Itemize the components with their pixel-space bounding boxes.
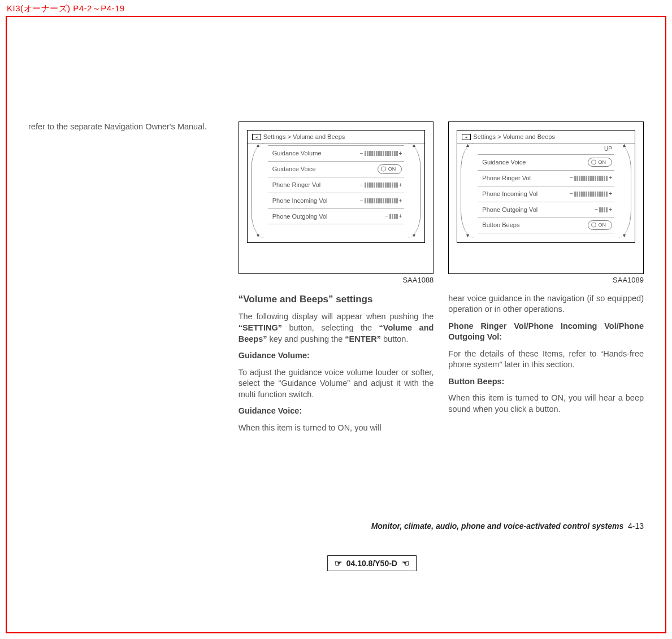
menu-row: Phone Ringer Vol−+	[478, 170, 614, 186]
figure-1: ◂ Settings > Volume and Beeps ▲ ▼ ▲ ▼ Gu…	[239, 121, 434, 274]
page-number: 4-13	[626, 521, 644, 531]
para-guidance-volume: To adjust the guidance voice volume loud…	[239, 367, 434, 401]
scroll-curve-right: ▲ ▼	[618, 143, 631, 238]
section-title: Monitor, climate, audio, phone and voice…	[371, 521, 624, 531]
page-content: refer to the separate Navigation Owner's…	[28, 121, 644, 605]
back-icon: ◂	[252, 134, 261, 140]
subhead-button-beeps: Button Beeps:	[448, 376, 644, 388]
menu-row: Guidance Volume−+	[268, 145, 405, 161]
subhead-phone-vols: Phone Ringer Vol/Phone Incoming Vol/Phon…	[448, 321, 644, 343]
arrow-down-icon: ▼	[411, 232, 417, 239]
column-left: refer to the separate Navigation Owner's…	[28, 121, 224, 440]
scroll-curve-left: ▲ ▼	[461, 143, 474, 238]
menu-row: Phone Incoming Vol−+	[268, 193, 405, 208]
menu-row-label: Phone Incoming Vol	[272, 197, 360, 205]
menu-row: Guidance VoiceON	[478, 154, 614, 170]
screen1-rows: Guidance Volume−+Guidance VoiceONPhone R…	[268, 145, 405, 224]
screen-1: ◂ Settings > Volume and Beeps ▲ ▼ ▲ ▼ Gu…	[247, 130, 426, 243]
menu-row-label: Phone Incoming Vol	[482, 190, 570, 198]
paragraph-intro: The following display will appear when p…	[239, 311, 434, 345]
column-right: ◂ Settings > Volume and Beeps ▲ ▼ ▲ ▼ UP…	[448, 121, 644, 440]
arrow-up-icon: ▲	[622, 142, 627, 149]
intro-text: refer to the separate Navigation Owner's…	[28, 121, 224, 133]
menu-row: Button BeepsON	[478, 218, 614, 233]
para-guidance-voice-1: When this item is turned to ON, you will	[239, 423, 434, 434]
stamp-text: 04.10.8/Y50-D	[346, 559, 397, 568]
subhead-guidance-volume: Guidance Volume:	[239, 350, 434, 362]
volume-slider: −+	[570, 190, 612, 198]
menu-row: Phone Outgoing Vol−+	[478, 202, 614, 218]
scroll-curve-left: ▲ ▼	[251, 143, 265, 238]
scroll-curve-right: ▲ ▼	[407, 143, 421, 238]
screen1-header: ◂ Settings > Volume and Beeps	[248, 131, 425, 144]
screen1-breadcrumb: Settings > Volume and Beeps	[263, 133, 345, 141]
screen2-breadcrumb: Settings > Volume and Beeps	[473, 133, 555, 141]
volume-slider: −+	[385, 212, 402, 220]
hand-right-icon: ☞	[335, 558, 342, 568]
menu-row: Phone Outgoing Vol−+	[268, 208, 405, 224]
figure-2: ◂ Settings > Volume and Beeps ▲ ▼ ▲ ▼ UP…	[448, 121, 644, 274]
hand-left-icon: ☜	[402, 558, 409, 568]
section-heading: “Volume and Beeps” settings	[239, 293, 434, 306]
on-toggle: ON	[588, 158, 613, 167]
menu-row: Phone Incoming Vol−+	[478, 186, 614, 202]
para-phone-vols: For the details of these Items, refer to…	[448, 349, 644, 371]
up-label: UP	[478, 145, 614, 153]
page-footer: Monitor, climate, audio, phone and voice…	[371, 521, 644, 531]
revision-header: KI3(オーナーズ) P4-2～P4-19	[0, 0, 672, 15]
back-icon: ◂	[462, 134, 471, 140]
screen2-rows: UP Guidance VoiceONPhone Ringer Vol−+Pho…	[478, 145, 614, 233]
menu-row-label: Guidance Voice	[482, 158, 587, 167]
screen2-header: ◂ Settings > Volume and Beeps	[457, 131, 635, 144]
arrow-down-icon: ▼	[622, 232, 627, 239]
para-guidance-voice-2: hear voice guidance in the navigation (i…	[448, 293, 644, 315]
arrow-down-icon: ▼	[465, 232, 470, 239]
arrow-up-icon: ▲	[255, 142, 261, 149]
column-center: ◂ Settings > Volume and Beeps ▲ ▼ ▲ ▼ Gu…	[239, 121, 434, 440]
volume-slider: −+	[595, 206, 612, 214]
on-toggle: ON	[378, 164, 402, 173]
arrow-up-icon: ▲	[411, 142, 417, 149]
menu-row-label: Guidance Voice	[272, 165, 378, 173]
volume-slider: −+	[360, 150, 402, 158]
subhead-guidance-voice: Guidance Voice:	[239, 406, 434, 417]
menu-row-label: Phone Outgoing Vol	[482, 206, 595, 214]
menu-row-label: Guidance Volume	[272, 149, 360, 158]
menu-row-label: Button Beeps	[482, 221, 587, 229]
volume-slider: −+	[570, 174, 612, 182]
menu-row: Phone Ringer Vol−+	[268, 177, 405, 193]
figure2-caption: SAA1089	[448, 275, 644, 285]
volume-slider: −+	[360, 197, 402, 205]
on-toggle: ON	[588, 220, 613, 229]
menu-row-label: Phone Ringer Vol	[482, 174, 570, 182]
menu-row: Guidance VoiceON	[268, 161, 405, 177]
screen-2: ◂ Settings > Volume and Beeps ▲ ▼ ▲ ▼ UP…	[457, 130, 635, 243]
menu-row-label: Phone Ringer Vol	[272, 181, 360, 189]
arrow-down-icon: ▼	[255, 232, 261, 239]
volume-slider: −+	[360, 181, 402, 189]
revision-stamp: ☞ 04.10.8/Y50-D ☜	[327, 555, 417, 571]
para-button-beeps: When this item is turned to ON, you will…	[448, 393, 644, 415]
figure1-caption: SAA1088	[239, 275, 434, 285]
menu-row-label: Phone Outgoing Vol	[272, 212, 385, 221]
arrow-up-icon: ▲	[465, 142, 470, 149]
